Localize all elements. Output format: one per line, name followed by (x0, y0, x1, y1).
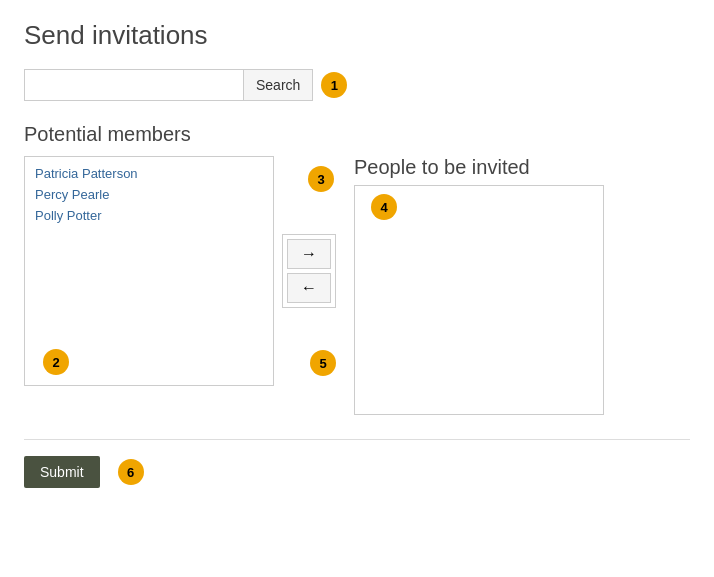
submit-row: Submit 6 (24, 456, 690, 488)
invited-list[interactable]: 4 (354, 185, 604, 415)
search-button[interactable]: Search (244, 69, 313, 101)
search-row: Search 1 (24, 69, 690, 101)
footer-divider (24, 439, 690, 440)
page-title: Send invitations (24, 20, 690, 51)
potential-members-container: Patricia Patterson Percy Pearle Polly Po… (24, 156, 274, 386)
transfer-badge-bottom: 5 (310, 350, 336, 376)
transfer-badge-top: 3 (308, 166, 334, 192)
invited-badge: 4 (371, 194, 397, 220)
list-item[interactable]: Percy Pearle (25, 184, 273, 205)
move-right-button[interactable]: → (287, 239, 331, 269)
search-badge: 1 (321, 72, 347, 98)
submit-badge: 6 (118, 459, 144, 485)
potential-members-badge: 2 (43, 349, 69, 375)
potential-members-list[interactable]: Patricia Patterson Percy Pearle Polly Po… (24, 156, 274, 386)
invited-panel-title: People to be invited (354, 156, 604, 179)
submit-button[interactable]: Submit (24, 456, 100, 488)
transfer-btn-group: → ← (282, 234, 336, 308)
transfer-buttons-area: 3 → ← 5 (274, 156, 344, 386)
move-left-button[interactable]: ← (287, 273, 331, 303)
panels-row: Patricia Patterson Percy Pearle Polly Po… (24, 156, 690, 415)
invited-panel: People to be invited 4 (354, 156, 604, 415)
list-item[interactable]: Polly Potter (25, 205, 273, 226)
potential-members-title: Potential members (24, 123, 690, 146)
list-item[interactable]: Patricia Patterson (25, 163, 273, 184)
search-input[interactable] (24, 69, 244, 101)
